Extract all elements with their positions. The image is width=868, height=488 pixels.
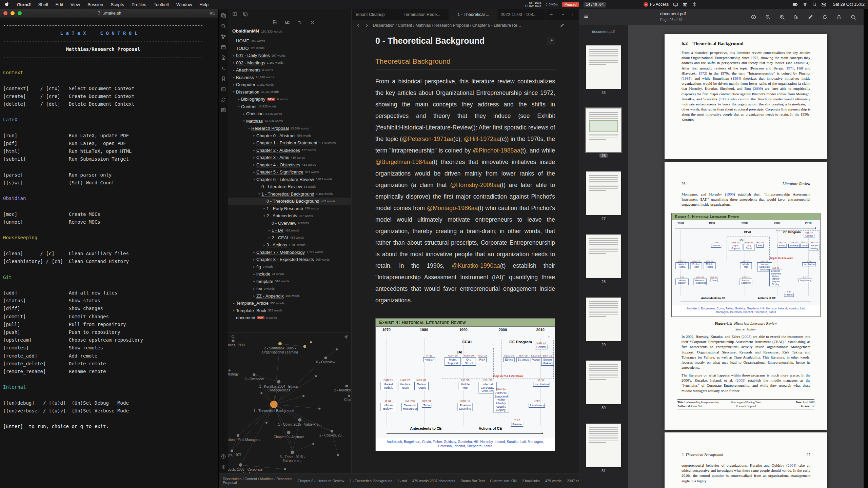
citation-link[interactable]: 1985 — [683, 76, 690, 80]
pdf-thumbnail-27[interactable]: 27 — [586, 171, 621, 221]
menu-view[interactable]: View — [67, 0, 84, 9]
tab-list-icon[interactable] — [561, 12, 565, 17]
menu-session[interactable]: Session — [84, 0, 107, 9]
graph-node[interactable] — [229, 369, 231, 371]
citation-link[interactable]: 1986 — [720, 97, 727, 101]
navigate-forward-icon[interactable] — [364, 23, 369, 28]
tree-item[interactable]: ▸Christian2,136 words — [228, 110, 352, 118]
thumbnails-toggle-icon[interactable] — [584, 14, 589, 19]
tree-item[interactable]: ▸ZZ - Appendix106 words — [228, 292, 352, 300]
tab-2022-11-03-108-[interactable]: 2022-11-03 - 108... — [497, 9, 546, 20]
citation-link[interactable]: @Kuratko-1990aa — [452, 262, 500, 269]
tree-item[interactable]: ▸Chapter 8 - Expected Results208 words — [228, 256, 352, 263]
zoom-out-icon[interactable] — [765, 14, 771, 20]
status-item[interactable]: 479 words — [545, 479, 561, 483]
graph-node[interactable] — [310, 341, 312, 343]
paused-badge[interactable]: Paused — [562, 2, 579, 7]
tree-item[interactable]: ▸002 - Meetings1,167 words — [228, 59, 352, 67]
menu-window[interactable]: Window — [173, 0, 196, 9]
citation-link[interactable]: 2005 — [737, 378, 744, 382]
citation-link[interactable]: @Hornsby-2009aa — [450, 182, 500, 188]
menu-help[interactable]: Help — [196, 0, 212, 9]
graph-node[interactable] — [312, 443, 314, 445]
graph-node[interactable] — [231, 449, 233, 452]
vault-icon[interactable] — [221, 107, 226, 113]
graph-node[interactable] — [270, 401, 278, 408]
pdf-thumbnail-29[interactable]: 29 — [586, 298, 621, 347]
tree-item[interactable]: ▾Matthias13,680 words — [228, 118, 352, 125]
graph-icon[interactable] — [221, 34, 226, 39]
more-options-icon[interactable] — [570, 23, 574, 28]
zoom-window-button[interactable] — [18, 11, 22, 15]
tree-item[interactable]: ▾Dissertation36,160 words — [228, 88, 352, 96]
tree-item[interactable]: ▾Research Proposal13,686 words — [228, 125, 352, 132]
spotlight-search-icon[interactable] — [812, 2, 817, 7]
note-title[interactable]: 0 - Theoretical Background — [375, 36, 555, 46]
graph-node[interactable] — [302, 395, 304, 397]
minimize-window-button[interactable] — [11, 11, 15, 15]
tree-item[interactable]: ▸Chapter 1 - Problem Statement1,174 word… — [228, 139, 352, 147]
calendar-icon[interactable] — [221, 44, 226, 50]
pdf-thumbnail-26[interactable]: 26 — [586, 108, 621, 158]
tree-item[interactable]: 0 - Literature Review68 words — [228, 183, 352, 190]
vault-title[interactable]: ObsidianMN 190,333 words — [228, 28, 351, 34]
graph-node[interactable] — [291, 451, 294, 454]
battery-icon[interactable] — [792, 2, 798, 7]
citation-link[interactable]: @Peterson-1971aa — [402, 136, 453, 142]
tree-item[interactable]: ▸include41 words — [228, 270, 352, 278]
tab-1-theoretical-[interactable]: 1 - Theoretical ... — [449, 9, 497, 20]
citation-link[interactable]: 1984 — [732, 76, 740, 80]
tree-item[interactable]: documentPDF0 words — [228, 314, 352, 322]
tree-item[interactable]: ▸Attachments0 words — [228, 66, 352, 74]
rotate-icon[interactable] — [822, 14, 828, 20]
citation-link[interactable]: 2009 — [754, 86, 762, 90]
share-icon[interactable] — [836, 14, 842, 20]
graph-node[interactable] — [331, 430, 333, 432]
terminal-title-bar[interactable]: ./make.sh ⌘1 — [0, 9, 218, 18]
graph-node[interactable] — [232, 340, 235, 342]
tree-item[interactable]: ▸template310 words — [228, 278, 352, 285]
recording-timer[interactable]: 14:40:04 — [584, 2, 606, 7]
tab-tenant-cleanup[interactable]: Tenant Cleanup — [352, 9, 400, 20]
tree-item[interactable]: ▸1 - IAI416 words — [228, 227, 352, 234]
sensor-stats[interactable]: 58° 1535 16.8W 1641 — [525, 1, 541, 8]
status-item[interactable]: Custom sort: ON — [490, 479, 517, 483]
tree-item[interactable]: ▸Template_Book553 words — [228, 307, 352, 314]
collapse-sidebar-icon[interactable] — [232, 12, 237, 17]
tree-item[interactable]: ▸Business91,040 words — [228, 74, 352, 81]
new-folder-button[interactable] — [285, 20, 290, 25]
graph-node[interactable] — [260, 392, 262, 394]
citation-link[interactable]: 1971 — [786, 66, 794, 70]
tree-item[interactable]: ▸Chapter 7 - Methodology1,727 words — [228, 249, 352, 256]
tree-item[interactable]: ▸2 - CEAI468 words — [228, 234, 352, 242]
menu-edit[interactable]: Edit — [52, 0, 67, 9]
tree-item[interactable]: ▸Chapter 5 - Significance971 words — [228, 168, 352, 176]
note-link-button[interactable] — [547, 37, 555, 45]
bluetooth-icon[interactable] — [692, 2, 697, 7]
tree-item[interactable]: ▸fig0 words — [228, 263, 352, 271]
wifi-icon[interactable] — [803, 2, 808, 7]
help-icon[interactable] — [221, 454, 226, 459]
menu-bar-clock[interactable]: Sat 29 Oct 15:02 — [833, 2, 865, 7]
menu-toolbelt[interactable]: Toolbelt — [150, 0, 173, 9]
pdf-thumbnail-31[interactable]: 31 — [586, 424, 621, 473]
layout-options-icon[interactable] — [570, 12, 574, 17]
select-tool-icon[interactable] — [793, 14, 799, 20]
template-icon[interactable] — [221, 55, 226, 60]
markup-icon[interactable] — [808, 14, 813, 20]
graph-node[interactable] — [239, 463, 242, 467]
tree-item[interactable]: ▸3 - Actions1,705 words — [228, 241, 352, 249]
tree-item[interactable]: ▸Chapter 2 - Audiences127 words — [228, 147, 352, 154]
sync-icon[interactable] — [221, 97, 226, 102]
status-item[interactable]: Chapter 6 - Literature Review — [298, 479, 344, 483]
apple-menu-icon[interactable] — [0, 2, 13, 7]
pdf-page-view[interactable]: 6.2Theoretical Background From a histori… — [628, 25, 864, 488]
command-icon[interactable] — [221, 65, 226, 71]
navigate-back-icon[interactable] — [356, 23, 361, 28]
graph-node[interactable] — [237, 434, 239, 437]
search-icon[interactable] — [221, 23, 226, 29]
gear-icon[interactable] — [221, 464, 226, 470]
collapse-all-button[interactable] — [310, 20, 315, 25]
new-note-button[interactable] — [272, 20, 277, 25]
citation-link[interactable]: 2004 — [788, 463, 795, 467]
